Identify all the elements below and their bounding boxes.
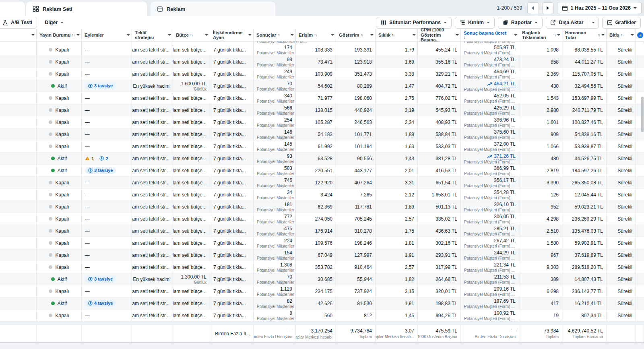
chevron-down-icon[interactable] bbox=[248, 34, 252, 36]
table-row[interactable]: Kapalı—Reklam seti teklif str...Reklam s… bbox=[0, 44, 644, 56]
tab-ad-label: Reklam bbox=[167, 6, 185, 12]
chevron-down-icon[interactable] bbox=[205, 34, 208, 36]
table-row[interactable]: Kapalı—Reklam seti teklif str...Reklam s… bbox=[0, 213, 644, 225]
export-options-button[interactable] bbox=[588, 17, 599, 28]
impressions-total-value: 9.734.784 bbox=[351, 328, 372, 334]
table-row[interactable]: Kapalı—Reklam seti teklif str...Reklam s… bbox=[0, 177, 644, 189]
table-row[interactable]: Kapalı—Reklam seti teklif str...Reklam s… bbox=[0, 104, 644, 116]
column-header-add[interactable] bbox=[636, 29, 644, 41]
table-row[interactable]: Kapalı—Reklam seti teklif str...Reklam s… bbox=[0, 189, 644, 201]
warning-badge[interactable]: 1 bbox=[85, 156, 94, 161]
table-row[interactable]: Kapalı—Reklam seti teklif str...Reklam s… bbox=[0, 56, 644, 68]
chevron-down-icon[interactable] bbox=[31, 34, 35, 36]
cell-bid: En yüksek hacim bbox=[132, 80, 173, 92]
chevron-down-icon[interactable] bbox=[601, 34, 605, 36]
column-header-frequency[interactable]: Sıklık↑↓ bbox=[376, 29, 418, 41]
recommendation-badge[interactable]: 2 bbox=[99, 156, 108, 161]
chevron-down-icon[interactable] bbox=[557, 34, 560, 36]
column-header-name[interactable] bbox=[0, 29, 37, 41]
export-button[interactable]: Dışa Aktar bbox=[546, 17, 587, 28]
column-header-clicks[interactable]: Bağlantı Tıklamaları↑↓ bbox=[519, 29, 562, 41]
chevron-down-icon[interactable] bbox=[514, 34, 517, 36]
date-range-button[interactable]: 1 Haz 2025 – 11 Oca 2026 bbox=[557, 2, 642, 14]
table-row[interactable]: Aktif3 tavsiyeReklam seti teklif str...R… bbox=[0, 165, 644, 177]
table-row[interactable]: Aktif3 tavsiyeEn yüksek hacim1.600,00 TL… bbox=[0, 80, 644, 92]
chevron-down-icon[interactable] bbox=[127, 34, 130, 36]
export-split-button: Dışa Aktar bbox=[546, 17, 599, 29]
table-row[interactable]: Kapalı—Reklam seti teklif str...Reklam s… bbox=[0, 261, 644, 273]
budget-value: Reklam seti bütçe... bbox=[173, 168, 206, 173]
link-clicks-value: 1.543 bbox=[547, 95, 559, 101]
more-button[interactable]: Diğer bbox=[40, 17, 68, 29]
bid-strategy-value: Reklam seti teklif str... bbox=[132, 156, 169, 161]
chevron-down-icon[interactable] bbox=[631, 34, 634, 36]
column-header-budget[interactable]: Bütçe↑↓ bbox=[173, 29, 210, 41]
column-header-end[interactable]: Bitiş↑↓ bbox=[607, 29, 636, 41]
recommendations-pill[interactable]: 4 tavsiye bbox=[85, 300, 116, 307]
cell-results: 8Potansiyel Müşteriler (For... bbox=[254, 310, 296, 321]
total-cell-end bbox=[607, 325, 636, 342]
table-row[interactable]: Kapalı—Reklam seti teklif str...Reklam s… bbox=[0, 140, 644, 153]
table-row[interactable]: Aktif4 tavsiyeReklam seti teklif str...R… bbox=[0, 297, 644, 310]
recommendations-pill[interactable]: 3 tavsiye bbox=[85, 83, 116, 89]
column-header-status[interactable]: Yayın Durumu↑↓ bbox=[37, 29, 82, 41]
table-row[interactable]: Kapalı—Reklam seti teklif str...Reklam s… bbox=[0, 237, 644, 249]
chevron-down-icon[interactable] bbox=[370, 34, 374, 36]
end-date-value: Sürekli bbox=[617, 180, 632, 186]
table-row[interactable]: Aktif3 tavsiyeEn yüksek hacim1.300,00 TL… bbox=[0, 273, 644, 285]
chevron-down-icon[interactable] bbox=[291, 34, 294, 36]
table-row[interactable]: Kapalı—Reklam seti teklif str...Reklam s… bbox=[0, 310, 644, 322]
table-row[interactable]: Kapalı—Reklam seti teklif str...Reklam s… bbox=[0, 225, 644, 237]
cost-per-result-type-label: Potansiyel Müşteri (Form) ... bbox=[464, 111, 515, 116]
column-header-cpm[interactable]: CPM (1000 Gösterim Başına... bbox=[418, 29, 461, 41]
cell-reach: 71.977 bbox=[296, 92, 336, 104]
column-header-impressions[interactable]: Gösterim↑↓ bbox=[336, 29, 376, 41]
clipped-cpr-label: Potansiyel Müşteri (Form) ... bbox=[464, 41, 515, 43]
chevron-down-icon[interactable] bbox=[456, 34, 459, 36]
table-row[interactable]: Kapalı—Reklam seti teklif str...Reklam s… bbox=[0, 201, 644, 213]
column-header-reach[interactable]: Erişim↑↓ bbox=[296, 29, 336, 41]
table-row[interactable]: Aktif12Reklam seti teklif str...Reklam s… bbox=[0, 153, 644, 165]
frequency-value: 3,15 bbox=[405, 289, 414, 294]
chevron-down-icon[interactable] bbox=[331, 34, 334, 36]
column-header-attribution[interactable]: İlişkilendirme Ayarı bbox=[210, 29, 254, 41]
next-page-button[interactable] bbox=[542, 2, 554, 14]
cell-status: Aktif bbox=[37, 297, 82, 309]
chevron-down-icon[interactable] bbox=[413, 34, 416, 36]
recommendations-pill[interactable]: 3 tavsiye bbox=[85, 276, 116, 283]
breakdown-button[interactable]: Kırılım bbox=[455, 17, 495, 29]
table-row[interactable]: Kapalı—Reklam seti teklif str...Reklam s… bbox=[0, 92, 644, 104]
tab-ad[interactable]: Reklam bbox=[151, 2, 275, 16]
cell-cpr: 306,05 TLPotansiyel Müşteri (Form) ... bbox=[461, 213, 519, 225]
charts-button[interactable]: Grafikler bbox=[602, 17, 641, 29]
chevron-down-icon[interactable] bbox=[76, 34, 80, 36]
cost-per-result-value[interactable]: 371,26 TL bbox=[494, 153, 516, 160]
cell-bid: Reklam seti teklif str... bbox=[132, 68, 173, 80]
table-row[interactable]: Kapalı—Reklam seti teklif str...Reklam s… bbox=[0, 249, 644, 261]
cell-status: Aktif bbox=[37, 80, 82, 92]
column-header-results[interactable]: Sonuçlar↑↓ bbox=[254, 29, 296, 41]
column-header-spent[interactable]: Harcanan Tutar↑↓ bbox=[562, 29, 607, 41]
ab-test-button[interactable]: A/B Testi bbox=[0, 17, 37, 29]
table-row[interactable]: Kapalı—Reklam seti teklif str...Reklam s… bbox=[0, 128, 644, 140]
cost-per-result-value[interactable]: 464,21 TL bbox=[494, 81, 516, 87]
prev-page-button[interactable] bbox=[527, 2, 539, 14]
columns-button[interactable]: Sütunlar: Performans bbox=[376, 17, 452, 29]
cell-end: Sürekli bbox=[607, 56, 636, 68]
column-header-bid[interactable]: Teklif stratejisi bbox=[132, 29, 173, 41]
column-header-actions[interactable]: Eylemler bbox=[82, 29, 132, 41]
cell-budget: Reklam seti bütçe... bbox=[173, 297, 210, 309]
tab-adset[interactable]: Reklam Seti bbox=[26, 2, 147, 16]
recommendations-pill[interactable]: 3 tavsiye bbox=[85, 167, 116, 174]
add-column-icon[interactable] bbox=[637, 32, 643, 38]
column-header-cpr[interactable]: Sonuç başına ücret↓ bbox=[461, 29, 519, 41]
table-row[interactable]: Kapalı—Reklam seti teklif str...Reklam s… bbox=[0, 285, 644, 297]
vertical-scrollbar[interactable] bbox=[641, 97, 644, 132]
tab-campaigns-partial[interactable] bbox=[0, 2, 25, 16]
link-clicks-value: 430 bbox=[551, 83, 559, 89]
chevron-down-icon[interactable] bbox=[168, 34, 171, 36]
table-row[interactable]: Kapalı—Reklam seti teklif str...Reklam s… bbox=[0, 68, 644, 80]
table-row[interactable]: Kapalı—Reklam seti teklif str...Reklam s… bbox=[0, 116, 644, 128]
cell-cpr: 267,42 TLPotansiyel Müşteri (Form) ... bbox=[461, 237, 519, 249]
reports-button[interactable]: Raporlar bbox=[498, 17, 543, 29]
